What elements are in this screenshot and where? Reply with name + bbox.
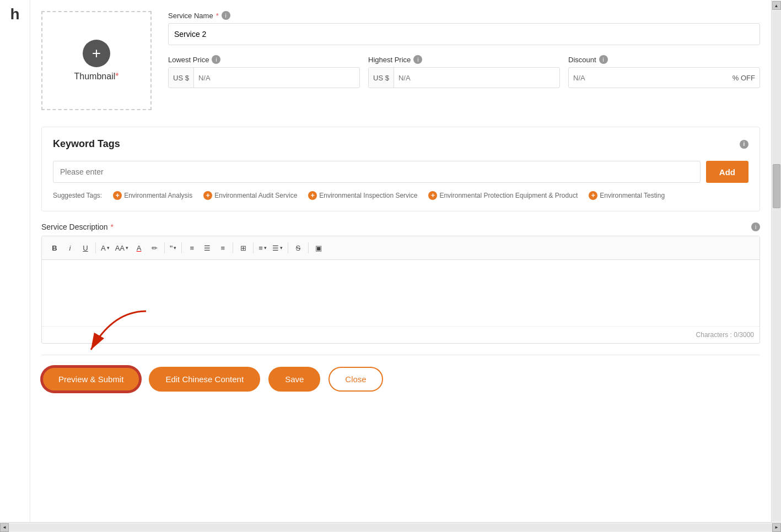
align-center-icon: ☰ <box>204 244 211 252</box>
service-name-label: Service Name * i <box>168 11 760 20</box>
lowest-price-input[interactable] <box>194 74 359 82</box>
tag-label-4: Environmental Testing <box>600 192 665 199</box>
quote-icon: " <box>170 243 173 253</box>
char-count: Characters : 0/3000 <box>696 331 754 339</box>
toolbar-align-right-button[interactable]: ≡ <box>216 241 230 255</box>
toolbar-ordered-list-dropdown[interactable]: ≡ ▾ <box>256 243 269 253</box>
lowest-price-currency: US $ <box>169 68 194 88</box>
preview-submit-button[interactable]: Preview & Submit <box>41 366 141 392</box>
discount-label: Discount i <box>568 55 760 64</box>
top-section: + Thumbnail* Service Name * i <box>41 0 760 127</box>
font-color-icon: A <box>137 244 142 252</box>
highest-price-label: Highest Price i <box>368 55 560 64</box>
font-aa-icon: AA <box>115 244 125 252</box>
thumbnail-area: + Thumbnail* <box>41 11 152 110</box>
tag-label-0: Environmental Analysis <box>124 192 192 199</box>
lowest-price-input-wrap: US $ <box>168 67 360 88</box>
scroll-thumb[interactable] <box>773 164 780 208</box>
edit-chinese-button[interactable]: Edit Chinese Content <box>149 367 260 392</box>
keyword-tags-info-icon[interactable]: i <box>740 140 748 149</box>
suggested-tags-label: Suggested Tags: <box>53 192 102 199</box>
h-scroll-right-button[interactable]: ► <box>772 523 781 532</box>
highest-price-currency: US $ <box>369 68 394 88</box>
toolbar-quote-dropdown[interactable]: " ▾ <box>168 242 179 254</box>
tag-label-3: Environmental Protection Equipment & Pro… <box>439 192 578 199</box>
thumbnail-upload-box[interactable]: + Thumbnail* <box>41 11 152 110</box>
toolbar-sep-2 <box>164 242 165 253</box>
align-left-icon: ≡ <box>190 244 195 252</box>
toolbar-font-aa-dropdown[interactable]: AA ▾ <box>113 243 131 253</box>
toolbar-font-a-dropdown[interactable]: A ▾ <box>99 243 112 253</box>
discount-input[interactable] <box>569 74 728 82</box>
toolbar-align-center-button[interactable]: ☰ <box>200 241 214 255</box>
save-button[interactable]: Save <box>268 367 320 392</box>
service-name-input[interactable] <box>168 23 760 45</box>
price-row: Lowest Price i US $ Highest Price i <box>168 55 760 88</box>
sidebar-char: h <box>10 6 19 23</box>
right-scrollbar: ▲ ▼ <box>771 0 781 532</box>
strikethrough-icon: S <box>296 244 301 252</box>
main-content: + Thumbnail* Service Name * i <box>30 0 771 532</box>
tag-item-4[interactable]: + Environmental Testing <box>589 191 665 200</box>
tag-plus-icon-4: + <box>589 191 597 200</box>
keyword-tag-input[interactable] <box>53 161 701 183</box>
toolbar-italic-button[interactable]: i <box>63 241 77 255</box>
h-scroll-track[interactable] <box>9 524 772 531</box>
tag-item-0[interactable]: + Environmental Analysis <box>113 191 192 200</box>
highest-price-field: Highest Price i US $ <box>368 55 560 88</box>
service-name-info-icon[interactable]: i <box>222 11 230 20</box>
tag-input-row: Add <box>53 161 748 183</box>
tag-item-2[interactable]: + Environmental Inspection Service <box>308 191 417 200</box>
scroll-up-button[interactable]: ▲ <box>772 1 781 10</box>
lowest-price-label: Lowest Price i <box>168 55 360 64</box>
close-button[interactable]: Close <box>328 367 383 392</box>
toolbar-sep-1 <box>95 242 96 253</box>
toolbar-eraser-button[interactable]: ✏ <box>147 241 161 255</box>
tag-plus-icon-0: + <box>113 191 122 200</box>
editor-toolbar: B i U A ▾ AA <box>42 236 760 260</box>
discount-suffix: % OFF <box>728 74 760 82</box>
toolbar-image-button[interactable]: ▣ <box>311 241 326 255</box>
toolbar-font-color-button[interactable]: A <box>132 241 146 255</box>
highest-price-input[interactable] <box>394 74 559 82</box>
toolbar-unordered-list-dropdown[interactable]: ☰ ▾ <box>270 243 285 253</box>
toolbar-sep-7 <box>308 242 309 253</box>
image-icon: ▣ <box>315 244 322 252</box>
add-tag-button[interactable]: Add <box>706 161 748 183</box>
underline-icon: U <box>83 244 88 252</box>
quote-chevron: ▾ <box>174 245 176 251</box>
keyword-tags-title: Keyword Tags i <box>53 138 748 150</box>
toolbar-underline-button[interactable]: U <box>78 241 93 255</box>
highest-price-info-icon[interactable]: i <box>413 55 422 64</box>
tag-item-1[interactable]: + Environmental Audit Service <box>203 191 297 200</box>
font-a-chevron: ▾ <box>107 245 110 251</box>
editor-box: B i U A ▾ AA <box>41 236 760 344</box>
tag-plus-icon-3: + <box>428 191 437 200</box>
toolbar-sep-3 <box>181 242 182 253</box>
toolbar-table-button[interactable]: ⊞ <box>236 241 250 255</box>
thumbnail-label: Thumbnail* <box>74 72 119 82</box>
editor-body[interactable] <box>42 260 760 326</box>
toolbar-sep-4 <box>233 242 233 253</box>
service-description-label: Service Description * i <box>41 222 760 231</box>
table-icon: ⊞ <box>240 244 246 252</box>
toolbar-align-left-button[interactable]: ≡ <box>185 241 199 255</box>
service-description-info-icon[interactable]: i <box>751 222 760 231</box>
toolbar-bold-button[interactable]: B <box>47 241 62 255</box>
service-description-section: Service Description * i B i U <box>41 222 760 344</box>
ordered-list-icon: ≡ <box>258 244 263 252</box>
tag-label-2: Environmental Inspection Service <box>319 192 417 199</box>
left-sidebar: h <box>0 0 30 532</box>
action-bar: Preview & Submit Edit Chinese Content Sa… <box>41 355 760 403</box>
scroll-track[interactable] <box>772 11 781 521</box>
tag-item-3[interactable]: + Environmental Protection Equipment & P… <box>428 191 578 200</box>
h-scroll-left-button[interactable]: ◄ <box>0 523 9 532</box>
discount-info-icon[interactable]: i <box>599 55 608 64</box>
lowest-price-info-icon[interactable]: i <box>212 55 220 64</box>
bold-icon: B <box>52 244 57 252</box>
eraser-icon: ✏ <box>152 244 158 252</box>
unordered-list-icon: ☰ <box>272 244 279 252</box>
lowest-price-field: Lowest Price i US $ <box>168 55 360 88</box>
tag-plus-icon-1: + <box>203 191 212 200</box>
toolbar-strikethrough-button[interactable]: S <box>291 241 305 255</box>
